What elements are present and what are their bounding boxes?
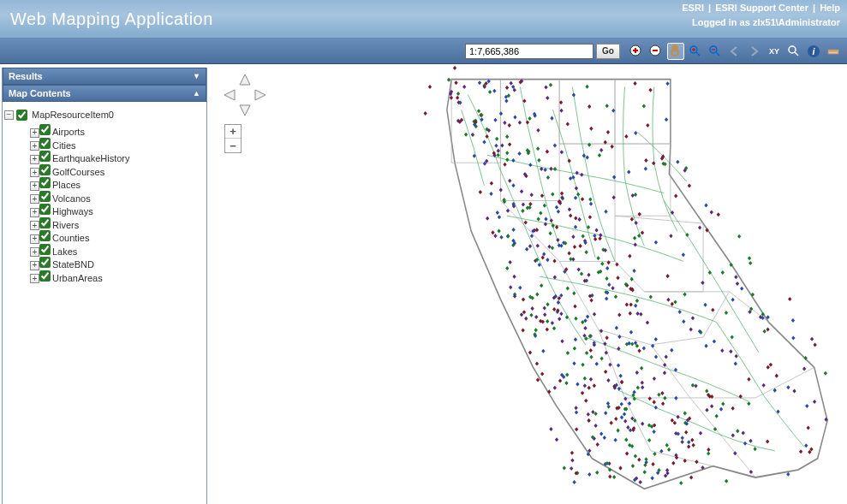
expand-icon[interactable]: + [30,155,39,164]
expand-icon[interactable]: + [30,141,39,151]
zoom-out-tool-icon[interactable] [707,43,724,60]
svg-rect-69 [604,411,607,415]
svg-rect-395 [650,476,653,480]
layer-label[interactable]: Lakes [52,246,77,257]
svg-rect-140 [616,276,619,280]
svg-rect-258 [506,234,510,238]
pan-icon[interactable] [667,43,684,60]
svg-rect-421 [671,418,674,423]
svg-rect-360 [654,337,658,341]
svg-rect-454 [559,109,563,113]
svg-rect-256 [512,275,516,279]
svg-rect-28 [644,167,647,171]
svg-rect-661 [695,460,698,464]
zoom-minus-button[interactable]: − [225,139,241,152]
svg-rect-95 [558,379,562,383]
svg-rect-182 [682,319,685,323]
prev-extent-icon[interactable] [726,43,743,60]
layer-checkbox[interactable] [39,177,51,188]
svg-rect-497 [659,449,663,454]
svg-rect-118 [503,121,506,125]
svg-rect-595 [599,432,603,436]
layer-checkbox[interactable] [39,244,51,255]
svg-rect-322 [748,256,751,260]
zoom-plus-button[interactable]: + [225,125,241,139]
go-button[interactable]: Go [596,44,620,59]
layer-checkbox[interactable] [39,270,51,282]
expand-icon[interactable]: + [30,194,39,204]
info-icon[interactable]: i [805,43,822,60]
identify-icon[interactable] [785,43,802,60]
measure-icon[interactable] [825,43,842,60]
svg-rect-485 [589,127,593,131]
layer-label[interactable]: Airports [52,127,85,137]
svg-rect-482 [689,476,693,480]
svg-rect-610 [496,210,499,215]
svg-rect-61 [606,378,610,382]
layer-label[interactable]: Highways [52,206,93,216]
layer-checkbox[interactable] [39,204,51,215]
zoom-out-icon[interactable] [647,43,665,60]
layer-checkbox[interactable] [39,230,51,241]
layer-checkbox[interactable] [39,138,51,149]
svg-rect-294 [587,418,590,423]
svg-rect-622 [710,404,713,408]
svg-rect-616 [505,134,509,139]
expand-icon[interactable]: + [30,208,39,217]
expand-icon[interactable]: + [30,181,39,191]
svg-rect-582 [813,343,816,347]
layer-label[interactable]: Places [52,180,81,190]
svg-rect-315 [497,228,500,233]
svg-rect-337 [763,329,766,334]
layer-checkbox[interactable] [39,164,51,175]
expand-icon[interactable]: + [30,274,39,283]
xy-icon[interactable]: XY [766,43,783,60]
root-checkbox[interactable] [16,110,27,121]
svg-rect-197 [615,326,618,330]
layer-label[interactable]: EarthquakeHistory [52,153,130,163]
expand-icon[interactable]: + [30,234,39,244]
link-support[interactable]: ESRI Support Center [715,3,808,13]
link-help[interactable]: Help [820,3,840,13]
expand-icon[interactable]: + [30,128,39,138]
layer-label[interactable]: Volcanos [52,193,91,204]
zoom-in-tool-icon[interactable] [687,43,704,60]
svg-rect-431 [588,215,592,219]
layer-label[interactable]: UrbanAreas [52,273,103,283]
svg-rect-472 [663,363,666,367]
scale-input[interactable] [465,44,593,59]
expand-icon[interactable]: + [30,247,39,257]
contents-panel-header[interactable]: Map Contents ▲ [3,85,206,102]
results-panel-header[interactable]: Results ▼ [3,68,206,85]
svg-rect-509 [731,335,734,340]
svg-rect-335 [586,314,589,318]
map-canvas[interactable] [259,64,847,504]
collapse-icon[interactable]: − [4,110,14,120]
layer-label[interactable]: StateBND [52,259,94,270]
zoom-in-icon[interactable] [628,43,645,60]
svg-rect-205 [699,431,702,436]
layer-checkbox[interactable] [39,191,51,202]
layer-label[interactable]: Counties [52,233,89,243]
layer-label[interactable]: GolfCourses [52,167,104,177]
layer-checkbox[interactable] [39,257,51,268]
svg-rect-653 [505,86,509,90]
layer-checkbox[interactable] [39,124,51,135]
svg-rect-55 [747,401,750,406]
map-view[interactable]: + − [207,64,847,504]
expand-icon[interactable]: + [30,168,39,177]
link-esri[interactable]: ESRI [682,3,704,13]
layer-label[interactable]: Cities [52,140,76,151]
svg-rect-443 [587,412,590,417]
svg-rect-187 [497,149,500,153]
layer-label[interactable]: Rivers [52,220,79,230]
svg-rect-278 [576,193,580,197]
expand-icon[interactable]: + [30,221,39,230]
layer-checkbox[interactable] [39,217,51,228]
svg-rect-654 [736,429,739,433]
next-extent-icon[interactable] [746,43,763,60]
svg-rect-461 [500,144,504,148]
layer-checkbox[interactable] [39,151,51,162]
expand-icon[interactable]: + [30,261,39,270]
svg-rect-645 [498,215,501,219]
